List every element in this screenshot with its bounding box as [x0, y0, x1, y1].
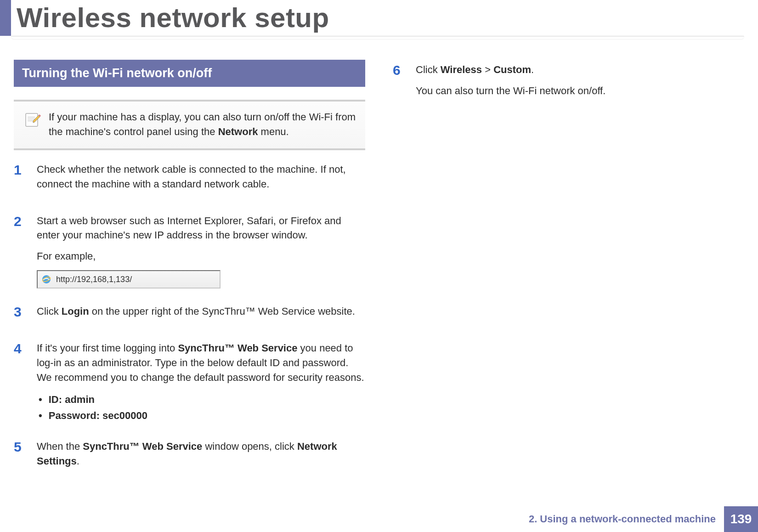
address-bar-example: http://192,168,1,133/ [37, 270, 221, 289]
bold-text: Custom [493, 64, 531, 75]
step-body: When the SyncThru™ Web Service window op… [37, 439, 365, 475]
step-body: If it's your first time logging into Syn… [37, 341, 365, 424]
note-icon [23, 110, 41, 128]
column-right: 6Click Wireless > Custom.You can also tu… [393, 60, 744, 491]
bullet-item: ID: admin [39, 391, 365, 407]
note-text-suffix: menu. [258, 126, 288, 137]
bullet-text: ID: admin [49, 391, 95, 407]
page-title: Wireless network setup [17, 2, 329, 34]
step-paragraph: Click Wireless > Custom. [416, 62, 605, 77]
step-body: Click Login on the upper right of the Sy… [37, 304, 355, 325]
step-paragraph: Check whether the network cable is conne… [37, 162, 365, 192]
step-body: Start a web browser such as Internet Exp… [37, 214, 365, 289]
bold-text: SyncThru™ Web Service [83, 441, 202, 452]
step-paragraph: Start a web browser such as Internet Exp… [37, 214, 365, 243]
note-text: If your machine has a display, you can a… [49, 110, 356, 139]
bullet-list: ID: adminPassword: sec00000 [39, 391, 365, 424]
step-paragraph: When the SyncThru™ Web Service window op… [37, 439, 365, 469]
step-number: 5 [14, 439, 27, 475]
step-paragraph: If it's your first time logging into Syn… [37, 341, 365, 385]
step-number: 1 [14, 162, 27, 198]
step: 3Click Login on the upper right of the S… [14, 304, 365, 325]
note-bold: Network [218, 126, 258, 137]
step-number: 6 [393, 62, 406, 105]
steps-list-left: 1Check whether the network cable is conn… [14, 162, 365, 475]
footer-page-number: 139 [724, 506, 758, 532]
ie-icon [41, 274, 51, 284]
header-accent [0, 0, 11, 36]
step: 2Start a web browser such as Internet Ex… [14, 214, 365, 289]
page-header: Wireless network setup [0, 0, 758, 41]
bullet-text: Password: sec00000 [49, 407, 147, 424]
step-body: Click Wireless > Custom.You can also tur… [416, 62, 605, 105]
note-box: If your machine has a display, you can a… [14, 100, 365, 150]
step-body: Check whether the network cable is conne… [37, 162, 365, 198]
note-text-prefix: If your machine has a display, you can a… [49, 111, 356, 137]
step-paragraph: For example, [37, 249, 365, 264]
step: 5When the SyncThru™ Web Service window o… [14, 439, 365, 475]
bold-text: Login [62, 306, 89, 317]
section-heading: Turning the Wi-Fi network on/off [14, 60, 365, 87]
step: 1Check whether the network cable is conn… [14, 162, 365, 198]
step-paragraph: Click Login on the upper right of the Sy… [37, 304, 355, 319]
bullet-item: Password: sec00000 [39, 407, 365, 424]
page-footer: 2. Using a network-connected machine 139 [0, 506, 758, 532]
url-text: http://192,168,1,133/ [56, 273, 132, 285]
header-divider [11, 36, 744, 40]
step-number: 3 [14, 304, 27, 325]
step-number: 2 [14, 214, 27, 289]
step-number: 4 [14, 341, 27, 424]
steps-list-right: 6Click Wireless > Custom.You can also tu… [393, 62, 744, 105]
footer-chapter: 2. Using a network-connected machine [529, 513, 724, 525]
step-paragraph: You can also turn the Wi-Fi network on/o… [416, 84, 605, 98]
column-left: Turning the Wi-Fi network on/off [14, 60, 365, 491]
step: 4If it's your first time logging into Sy… [14, 341, 365, 424]
step: 6Click Wireless > Custom.You can also tu… [393, 62, 744, 105]
bold-text: SyncThru™ Web Service [178, 342, 297, 354]
bold-text: Wireless [441, 64, 482, 75]
